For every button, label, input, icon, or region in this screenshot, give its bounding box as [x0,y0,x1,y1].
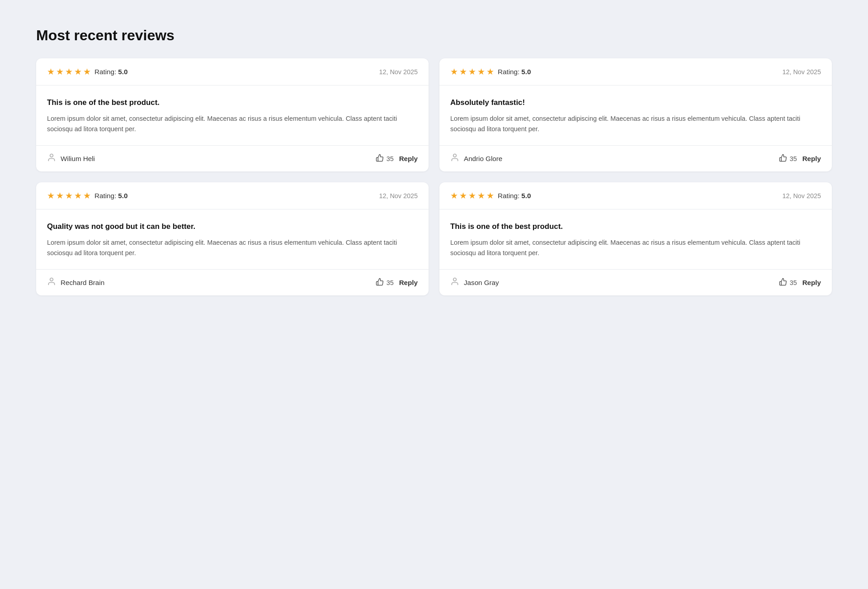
reviewer-name: Andrio Glore [464,155,502,162]
card-header: ★ ★ ★ ★ ★ Rating: 5.0 12, Nov 2025 [36,58,429,86]
like-count: 35 [387,155,394,162]
reviewer-info: Rechard Brain [47,277,104,288]
thumbs-up-icon [779,154,787,164]
stars-rating: ★ ★ ★ ★ ★ Rating: 5.0 [47,190,127,201]
star-2: ★ [459,66,467,77]
reviewer-name: Jason Gray [464,279,499,286]
star-1: ★ [450,190,458,201]
card-footer: Wilium Heli 35 Reply [36,146,429,171]
thumbs-up-icon [376,278,384,288]
review-actions: 35 Reply [779,278,821,288]
star-1: ★ [47,66,55,77]
review-body-text: Lorem ipsum dolor sit amet, consectetur … [47,114,418,134]
star-4: ★ [74,66,82,77]
review-date: 12, Nov 2025 [782,68,821,76]
rating-label: Rating: 5.0 [94,192,127,200]
card-footer: Andrio Glore 35 Reply [439,146,832,171]
star-2: ★ [56,66,64,77]
review-date: 12, Nov 2025 [379,192,418,200]
user-icon [47,277,56,288]
star-2: ★ [459,190,467,201]
star-3: ★ [468,66,476,77]
reviewer-info: Andrio Glore [450,153,502,164]
review-body-text: Lorem ipsum dolor sit amet, consectetur … [450,238,821,258]
stars: ★ ★ ★ ★ ★ [47,190,91,201]
reviews-grid: ★ ★ ★ ★ ★ Rating: 5.0 12, Nov 2025 This … [36,58,832,295]
stars-rating: ★ ★ ★ ★ ★ Rating: 5.0 [450,66,531,77]
thumbs-up-icon [779,278,787,288]
like-count: 35 [387,279,394,286]
review-actions: 35 Reply [376,154,418,164]
page-title: Most recent reviews [36,27,832,44]
reviewer-name: Rechard Brain [61,279,104,286]
user-icon [450,277,459,288]
like-button[interactable]: 35 [376,154,394,164]
stars: ★ ★ ★ ★ ★ [450,66,494,77]
star-4: ★ [477,66,485,77]
card-footer: Jason Gray 35 Reply [439,270,832,295]
star-2: ★ [56,190,64,201]
card-footer: Rechard Brain 35 Reply [36,270,429,295]
like-button[interactable]: 35 [376,278,394,288]
stars: ★ ★ ★ ★ ★ [47,66,91,77]
review-body-text: Lorem ipsum dolor sit amet, consectetur … [450,114,821,134]
star-5: ★ [83,190,91,201]
reply-button[interactable]: Reply [399,279,418,286]
star-3: ★ [468,190,476,201]
review-actions: 35 Reply [376,278,418,288]
star-3: ★ [65,190,73,201]
card-body: Quality was not good but it can be bette… [36,209,429,270]
svg-point-3 [453,278,457,281]
like-button[interactable]: 35 [779,278,797,288]
user-icon [47,153,56,164]
star-1: ★ [450,66,458,77]
star-5: ★ [486,66,494,77]
star-5: ★ [486,190,494,201]
review-date: 12, Nov 2025 [782,192,821,200]
card-body: This is one of the best product. Lorem i… [36,86,429,146]
svg-point-1 [453,154,457,157]
card-header: ★ ★ ★ ★ ★ Rating: 5.0 12, Nov 2025 [439,182,832,209]
review-title: This is one of the best product. [450,222,821,231]
user-icon [450,153,459,164]
stars: ★ ★ ★ ★ ★ [450,190,494,201]
card-header: ★ ★ ★ ★ ★ Rating: 5.0 12, Nov 2025 [36,182,429,209]
review-card-4: ★ ★ ★ ★ ★ Rating: 5.0 12, Nov 2025 This … [439,182,832,295]
like-button[interactable]: 35 [779,154,797,164]
star-1: ★ [47,190,55,201]
star-5: ★ [83,66,91,77]
reply-button[interactable]: Reply [802,279,821,286]
svg-point-2 [50,278,53,281]
stars-rating: ★ ★ ★ ★ ★ Rating: 5.0 [47,66,127,77]
reviewer-info: Wilium Heli [47,153,95,164]
card-body: Absolutely fantastic! Lorem ipsum dolor … [439,86,832,146]
review-date: 12, Nov 2025 [379,68,418,76]
stars-rating: ★ ★ ★ ★ ★ Rating: 5.0 [450,190,531,201]
star-4: ★ [74,190,82,201]
review-actions: 35 Reply [779,154,821,164]
like-count: 35 [790,279,797,286]
rating-label: Rating: 5.0 [94,68,127,76]
star-4: ★ [477,190,485,201]
card-header: ★ ★ ★ ★ ★ Rating: 5.0 12, Nov 2025 [439,58,832,86]
rating-label: Rating: 5.0 [498,68,531,76]
thumbs-up-icon [376,154,384,164]
reviewer-name: Wilium Heli [61,155,95,162]
review-card-1: ★ ★ ★ ★ ★ Rating: 5.0 12, Nov 2025 This … [36,58,429,171]
reply-button[interactable]: Reply [802,155,821,162]
reviewer-info: Jason Gray [450,277,499,288]
card-body: This is one of the best product. Lorem i… [439,209,832,270]
svg-point-0 [50,154,53,157]
review-card-2: ★ ★ ★ ★ ★ Rating: 5.0 12, Nov 2025 Absol… [439,58,832,171]
reply-button[interactable]: Reply [399,155,418,162]
review-body-text: Lorem ipsum dolor sit amet, consectetur … [47,238,418,258]
rating-label: Rating: 5.0 [498,192,531,200]
review-title: Absolutely fantastic! [450,98,821,107]
review-card-3: ★ ★ ★ ★ ★ Rating: 5.0 12, Nov 2025 Quali… [36,182,429,295]
like-count: 35 [790,155,797,162]
review-title: Quality was not good but it can be bette… [47,222,418,231]
star-3: ★ [65,66,73,77]
review-title: This is one of the best product. [47,98,418,107]
